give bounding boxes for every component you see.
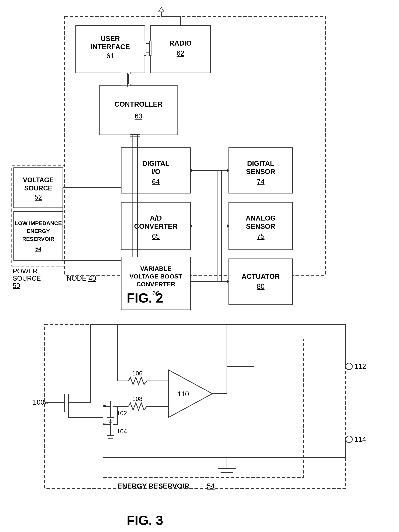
svg-text:114: 114: [355, 435, 366, 443]
svg-text:80: 80: [257, 283, 264, 290]
svg-text:100: 100: [33, 399, 44, 406]
svg-point-111: [346, 436, 352, 443]
svg-text:A/D: A/D: [150, 214, 162, 222]
svg-text:ANALOG: ANALOG: [246, 214, 276, 222]
svg-text:ACTUATOR: ACTUATOR: [241, 273, 280, 280]
svg-text:DIGITAL: DIGITAL: [142, 160, 169, 167]
svg-text:LOW IMPEDANCE: LOW IMPEDANCE: [15, 220, 62, 226]
svg-text:SOURCE: SOURCE: [13, 275, 41, 282]
svg-text:~: ~: [103, 403, 106, 408]
svg-text:50: 50: [13, 282, 20, 289]
svg-text:64: 64: [152, 178, 159, 185]
svg-text:NODE: NODE: [67, 274, 87, 282]
svg-text:CONVERTER: CONVERTER: [134, 222, 177, 230]
svg-point-107: [346, 363, 352, 370]
svg-text:~: ~: [45, 401, 48, 407]
svg-marker-121: [169, 370, 212, 417]
svg-text:75: 75: [257, 233, 264, 240]
svg-rect-61: [121, 84, 130, 86]
svg-text:FIG. 3: FIG. 3: [127, 513, 163, 528]
svg-text:CONTROLLER: CONTROLLER: [114, 101, 163, 108]
svg-text:FIG. 2: FIG. 2: [127, 291, 163, 305]
svg-text:52: 52: [34, 194, 42, 201]
svg-text:DIGITAL: DIGITAL: [247, 160, 274, 167]
svg-rect-40: [229, 259, 292, 304]
svg-rect-54: [144, 41, 146, 56]
svg-text:65: 65: [152, 233, 159, 240]
svg-text:40: 40: [89, 274, 96, 282]
svg-text:INTERFACE: INTERFACE: [91, 43, 130, 51]
fig2-area: POWER SOURCE 50 NODE 40 USER INTERFACE 6…: [8, 7, 391, 308]
svg-text:I/O: I/O: [151, 168, 160, 176]
svg-rect-13: [150, 25, 210, 73]
svg-text:102: 102: [117, 410, 127, 417]
svg-rect-95: [103, 339, 304, 477]
svg-rect-94: [45, 324, 345, 488]
svg-text:110: 110: [177, 390, 189, 398]
fig3-area: ENERGY RESERVOIR 54 100 ~ 112: [8, 315, 391, 532]
svg-text:POWER: POWER: [13, 267, 38, 275]
svg-text:112: 112: [355, 362, 366, 370]
svg-text:SOURCE: SOURCE: [24, 184, 52, 192]
svg-text:USER: USER: [101, 35, 120, 43]
svg-text:108: 108: [132, 395, 143, 402]
svg-text:VOLTAGE BOOST: VOLTAGE BOOST: [129, 273, 182, 280]
svg-text:RESERVOIR: RESERVOIR: [22, 236, 54, 242]
page-container: POWER SOURCE 50 NODE 40 USER INTERFACE 6…: [0, 0, 399, 532]
svg-rect-60: [121, 72, 130, 74]
svg-text:104: 104: [117, 428, 127, 435]
svg-text:ENERGY: ENERGY: [27, 228, 50, 234]
svg-rect-55: [149, 41, 151, 56]
svg-text:SENSOR: SENSOR: [246, 168, 275, 176]
svg-text:CONVERTER: CONVERTER: [136, 281, 175, 288]
svg-text:54: 54: [207, 482, 215, 490]
svg-text:SENSOR: SENSOR: [246, 222, 275, 230]
svg-text:VARIABLE: VARIABLE: [140, 265, 171, 272]
svg-text:106: 106: [132, 370, 143, 377]
svg-text:74: 74: [257, 178, 264, 185]
svg-text:~: ~: [103, 421, 106, 427]
svg-text:62: 62: [177, 49, 184, 57]
svg-text:54: 54: [35, 246, 41, 252]
svg-text:61: 61: [106, 52, 114, 60]
svg-text:63: 63: [134, 112, 142, 120]
svg-marker-8: [158, 7, 164, 12]
svg-rect-66: [130, 134, 140, 136]
svg-text:VOLTAGE: VOLTAGE: [23, 176, 54, 184]
svg-rect-16: [99, 86, 178, 135]
svg-text:ENERGY RESERVOIR: ENERGY RESERVOIR: [118, 482, 189, 490]
svg-text:RADIO: RADIO: [169, 39, 191, 47]
